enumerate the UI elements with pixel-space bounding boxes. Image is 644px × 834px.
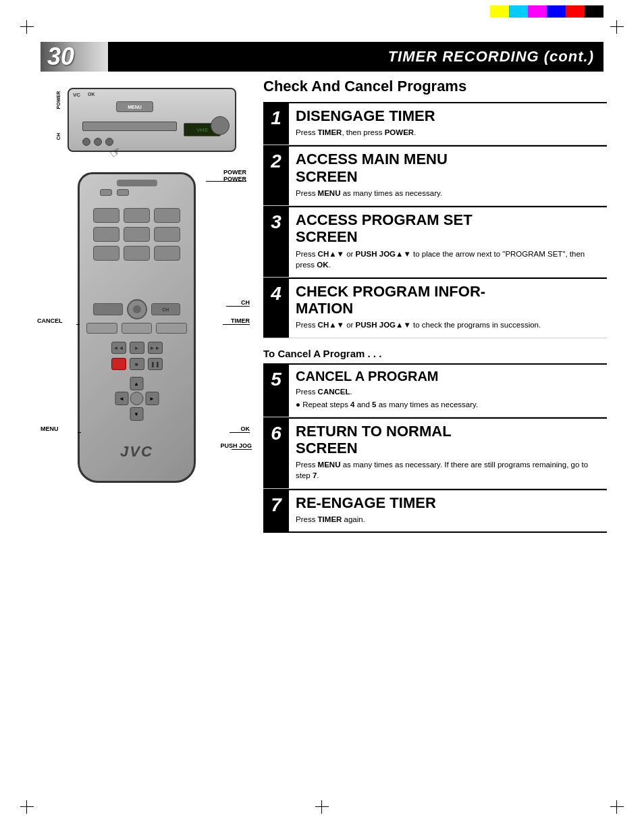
step4-heading: CHECK PROGRAM INFOR-MATION xyxy=(296,283,601,317)
vcr-knob xyxy=(211,116,230,135)
step2-desc: Press MENU as many times as necessary. xyxy=(296,188,601,199)
header-title-block: TIMER RECORDING (cont.) xyxy=(108,42,603,72)
step-4: 4 CHECK PROGRAM INFOR-MATION Press CH▲▼ … xyxy=(263,278,607,338)
vcr-ch-label: CH xyxy=(56,133,61,140)
step5-bullet: ● Repeat steps 4 and 5 as many times as … xyxy=(296,399,601,410)
remote-ch-label: CH xyxy=(241,299,250,306)
step-7: 7 RE-ENGAGE TIMER Press TIMER again. xyxy=(263,489,607,533)
remote-wrapper: CH ◄◄ ► ►► ■ ❚❚ ▲ ◄ xyxy=(37,172,253,503)
remote-cancel-label: CANCEL xyxy=(37,317,63,324)
remote-body: CH ◄◄ ► ►► ■ ❚❚ ▲ ◄ xyxy=(78,172,196,483)
page-number-block: 30 xyxy=(41,42,108,72)
step5-heading: CANCEL A PROGRAM xyxy=(296,369,601,384)
step3-heading: ACCESS PROGRAM SETSCREEN xyxy=(296,211,601,246)
right-column: Check And Cancel Programs 1 DISENGAGE TI… xyxy=(263,78,607,533)
vcr-body: VC OK MENU VHS xyxy=(68,88,236,152)
reg-mark-bc xyxy=(315,800,329,814)
vcr-menu-btn: MENU xyxy=(116,101,153,112)
reg-mark-br xyxy=(610,800,624,814)
step6-heading: RETURN TO NORMALSCREEN xyxy=(296,423,601,457)
step-1: 1 DISENGAGE TIMER Press TIMER, then pres… xyxy=(263,102,607,145)
remote-push-jog-label: PUSH JOG xyxy=(220,442,252,449)
color-bar xyxy=(490,5,603,18)
jvc-logo: JVC xyxy=(120,443,153,461)
step1-heading: DISENGAGE TIMER xyxy=(296,107,601,124)
vcr-ok-label: OK xyxy=(88,92,95,97)
step7-desc: Press TIMER again. xyxy=(296,514,601,525)
step-5: 5 CANCEL A PROGRAM Press CANCEL. ● Repea… xyxy=(263,363,607,417)
vcr-power-label: POWER xyxy=(56,91,61,109)
reg-mark-tl xyxy=(20,20,34,34)
section-title: Check And Cancel Programs xyxy=(263,78,607,95)
cancel-section-title: To Cancel A Program . . . xyxy=(263,348,607,359)
remote-ok-label: OK xyxy=(241,425,250,432)
step3-desc: Press CH▲▼ or PUSH JOG▲▼ to place the ar… xyxy=(296,249,601,270)
step-2: 2 ACCESS MAIN MENUSCREEN Press MENU as m… xyxy=(263,145,607,206)
page-number: 30 xyxy=(47,43,74,71)
step-3: 3 ACCESS PROGRAM SETSCREEN Press CH▲▼ or… xyxy=(263,206,607,278)
remote-power-label: POWER xyxy=(223,169,246,176)
left-column: POWER CH VC OK MENU VHS xyxy=(37,78,253,503)
step1-desc: Press TIMER, then press POWER. xyxy=(296,127,601,138)
vcr-buttons-row xyxy=(82,138,113,146)
vcr-device-wrapper: POWER CH VC OK MENU VHS xyxy=(37,78,253,165)
step-6: 6 RETURN TO NORMALSCREEN Press MENU as m… xyxy=(263,417,607,489)
reg-mark-tr xyxy=(610,20,624,34)
header: 30 TIMER RECORDING (cont.) xyxy=(41,42,603,72)
step2-heading: ACCESS MAIN MENUSCREEN xyxy=(296,151,601,185)
step4-desc: Press CH▲▼ or PUSH JOG▲▼ to check the pr… xyxy=(296,319,601,330)
vcr-vc-label: VC xyxy=(73,92,80,98)
step7-heading: RE-ENGAGE TIMER xyxy=(296,494,601,511)
step5-desc: Press CANCEL. xyxy=(296,386,601,397)
step6-desc: Press MENU as many times as necessary. I… xyxy=(296,459,601,481)
remote-timer-label: TIMER xyxy=(231,317,250,324)
header-title: TIMER RECORDING (cont.) xyxy=(388,48,594,66)
vcr-tape-slot xyxy=(82,122,177,131)
remote-menu-label: MENU xyxy=(41,425,59,432)
reg-mark-bl xyxy=(20,800,34,814)
